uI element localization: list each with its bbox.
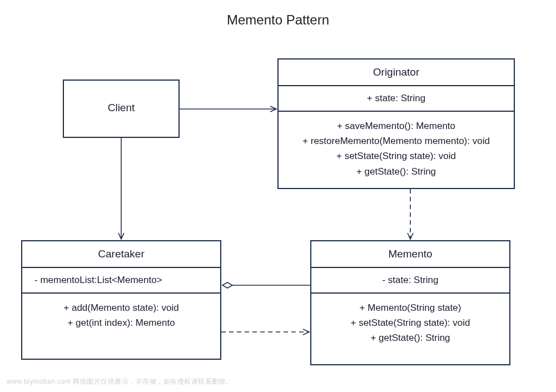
memento-method: + Memento(String state) (314, 300, 507, 315)
class-originator-name: Originator (279, 59, 514, 86)
class-originator-attrs: + state: String (279, 86, 514, 112)
originator-method: + getState(): String (281, 164, 512, 179)
class-memento-attrs: - state: String (311, 268, 509, 294)
watermark-text: www.toymoban.com 网络图片仅供展示，非存储，如有侵权请联系删除。 (7, 377, 233, 386)
class-caretaker-methods: + add(Memento state): void + get(int ind… (22, 294, 220, 337)
class-client: Client (63, 80, 180, 138)
class-memento-methods: + Memento(String state) + setState(Strin… (311, 294, 509, 353)
originator-method: + restoreMemento(Memento memento): void (281, 133, 512, 148)
caretaker-method: + add(Memento state): void (24, 300, 218, 315)
originator-method: + saveMemento(): Memento (281, 118, 512, 133)
class-caretaker-name: Caretaker (22, 241, 220, 268)
originator-method: + setState(String state): void (281, 148, 512, 163)
class-originator: Originator + state: String + saveMemento… (277, 58, 515, 189)
class-memento: Memento - state: String + Memento(String… (310, 240, 510, 365)
memento-method: + setState(String state): void (314, 315, 507, 330)
caretaker-method: + get(int index): Memento (24, 315, 218, 330)
class-originator-methods: + saveMemento(): Memento + restoreMement… (279, 112, 514, 186)
memento-method: + getState(): String (314, 330, 507, 345)
class-caretaker-attrs: - mementoList:List<Memento> (22, 268, 220, 294)
class-caretaker: Caretaker - mementoList:List<Memento> + … (21, 240, 221, 360)
class-client-name: Client (64, 81, 178, 121)
class-memento-name: Memento (311, 241, 509, 268)
diagram-title: Memento Pattern (0, 12, 556, 28)
